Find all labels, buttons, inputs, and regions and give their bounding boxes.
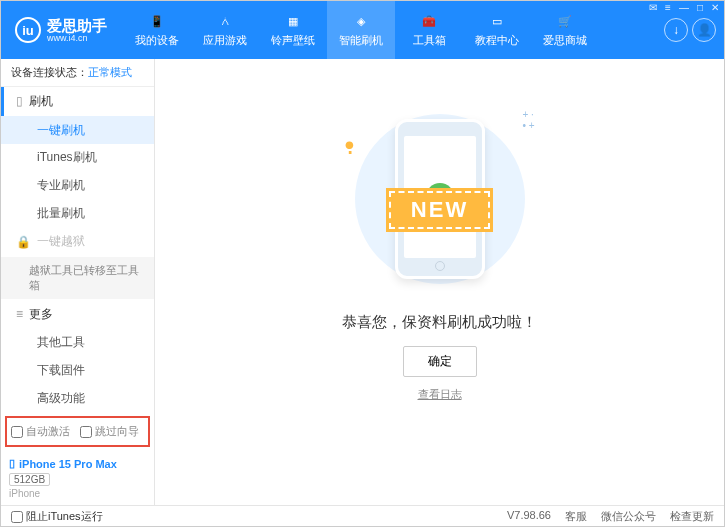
section-jailbreak: 🔒 一键越狱 bbox=[1, 227, 154, 257]
nav-my-device[interactable]: 📱我的设备 bbox=[123, 1, 191, 59]
footer: 阻止iTunes运行 V7.98.66 客服 微信公众号 检查更新 bbox=[1, 505, 724, 527]
nav-apps[interactable]: ⩑应用游戏 bbox=[191, 1, 259, 59]
sidebar-item-oneclick-flash[interactable]: 一键刷机 bbox=[1, 116, 154, 144]
highlight-box: 自动激活 跳过向导 bbox=[5, 416, 150, 447]
nav-tutorial[interactable]: ▭教程中心 bbox=[463, 1, 531, 59]
jailbreak-note: 越狱工具已转移至工具箱 bbox=[1, 257, 154, 300]
nav-store[interactable]: 🛒爱思商城 bbox=[531, 1, 599, 59]
sidebar: 设备连接状态： 正常模式 ▯ 刷机 一键刷机 iTunes刷机 专业刷机 批量刷… bbox=[1, 59, 155, 505]
view-log-link[interactable]: 查看日志 bbox=[418, 387, 462, 402]
app-header: iu 爱思助手 www.i4.cn 📱我的设备 ⩑应用游戏 ▦铃声壁纸 ◈智能刷… bbox=[1, 1, 724, 59]
list-icon: ≡ bbox=[16, 307, 23, 321]
lock-icon: 🔒 bbox=[16, 235, 31, 249]
checkbox-skip-wizard[interactable]: 跳过向导 bbox=[80, 424, 139, 439]
sidebar-item-advanced[interactable]: 高级功能 bbox=[1, 384, 154, 412]
section-flash[interactable]: ▯ 刷机 bbox=[1, 87, 154, 117]
ok-button[interactable]: 确定 bbox=[403, 346, 477, 377]
minimize-icon[interactable]: — bbox=[679, 2, 689, 13]
nav-toolbox[interactable]: 🧰工具箱 bbox=[395, 1, 463, 59]
device-type: iPhone bbox=[9, 488, 146, 499]
device-phone-icon: ▯ bbox=[9, 457, 15, 470]
maximize-icon[interactable]: □ bbox=[697, 2, 703, 13]
sidebar-item-batch-flash[interactable]: 批量刷机 bbox=[1, 199, 154, 227]
phone-icon: 📱 bbox=[148, 12, 166, 30]
feedback-icon[interactable]: ✉ bbox=[649, 2, 657, 13]
user-button[interactable]: 👤 bbox=[692, 18, 716, 42]
cart-icon: 🛒 bbox=[556, 12, 574, 30]
app-url: www.i4.cn bbox=[47, 33, 107, 43]
new-ribbon: NEW bbox=[389, 191, 490, 229]
sidebar-item-pro-flash[interactable]: 专业刷机 bbox=[1, 172, 154, 200]
checkbox-auto-activate[interactable]: 自动激活 bbox=[11, 424, 70, 439]
device-name: ▯iPhone 15 Pro Max bbox=[9, 457, 146, 470]
app-title: 爱思助手 bbox=[47, 18, 107, 33]
phone-small-icon: ▯ bbox=[16, 94, 23, 108]
download-button[interactable]: ↓ bbox=[664, 18, 688, 42]
book-icon: ▭ bbox=[488, 12, 506, 30]
image-icon: ▦ bbox=[284, 12, 302, 30]
section-more[interactable]: ≡ 更多 bbox=[1, 299, 154, 329]
logo-icon: iu bbox=[15, 17, 41, 43]
close-icon[interactable]: ✕ bbox=[711, 2, 719, 13]
connection-status: 设备连接状态： 正常模式 bbox=[1, 59, 154, 87]
checkbox-block-itunes[interactable]: 阻止iTunes运行 bbox=[11, 509, 103, 524]
sidebar-item-download-firmware[interactable]: 下载固件 bbox=[1, 357, 154, 385]
device-info[interactable]: ▯iPhone 15 Pro Max 512GB iPhone bbox=[1, 451, 154, 505]
flash-icon: ◈ bbox=[352, 12, 370, 30]
nav-ringtones[interactable]: ▦铃声壁纸 bbox=[259, 1, 327, 59]
device-storage: 512GB bbox=[9, 473, 50, 486]
success-illustration: •. + ·• + ✓ NEW bbox=[340, 99, 540, 299]
apps-icon: ⩑ bbox=[216, 12, 234, 30]
sidebar-item-other-tools[interactable]: 其他工具 bbox=[1, 329, 154, 357]
nav-flash[interactable]: ◈智能刷机 bbox=[327, 1, 395, 59]
version-label: V7.98.66 bbox=[507, 509, 551, 524]
sidebar-item-itunes-flash[interactable]: iTunes刷机 bbox=[1, 144, 154, 172]
logo: iu 爱思助手 www.i4.cn bbox=[9, 17, 113, 43]
main-content: •. + ·• + ✓ NEW 恭喜您，保资料刷机成功啦！ 确定 查看日志 bbox=[155, 59, 724, 505]
menu-icon[interactable]: ≡ bbox=[665, 2, 671, 13]
success-message: 恭喜您，保资料刷机成功啦！ bbox=[342, 313, 537, 332]
toolbox-icon: 🧰 bbox=[420, 12, 438, 30]
top-nav: 📱我的设备 ⩑应用游戏 ▦铃声壁纸 ◈智能刷机 🧰工具箱 ▭教程中心 🛒爱思商城 bbox=[123, 1, 599, 59]
footer-link-support[interactable]: 客服 bbox=[565, 509, 587, 524]
footer-link-wechat[interactable]: 微信公众号 bbox=[601, 509, 656, 524]
footer-link-update[interactable]: 检查更新 bbox=[670, 509, 714, 524]
